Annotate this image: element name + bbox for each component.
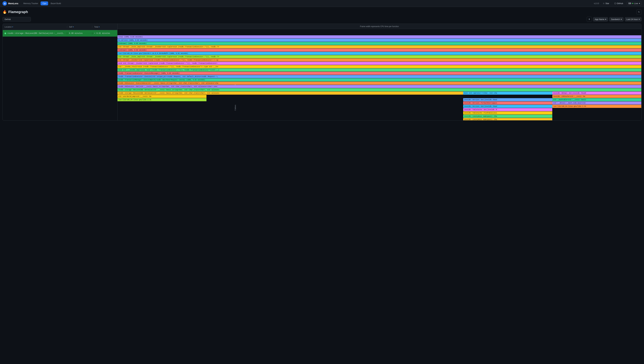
app-logo[interactable]: ◎ MemLens [2, 1, 18, 6]
flame-frame[interactable]: [unknown] (100%, 0.03 seconds) [118, 49, 641, 52]
flame-frame[interactable]: resdb::KVExecutor::Get(std::__cxx11::bas… [118, 85, 641, 88]
app-name: MemLens [8, 2, 18, 5]
time-range-dropdown-label: Last 24 hour [626, 18, 638, 21]
flame-visualization: Callers Callees total (100%, 0.03 second… [118, 29, 641, 120]
tab-bazel-build[interactable]: Bazel Build [49, 2, 63, 5]
flame-frame[interactable]: leveldb::(anonymous namespace)::Sha [463, 118, 552, 120]
flame-frame[interactable]: leveldb::Version::Get(leveldb::Read [463, 98, 552, 101]
self-label: Self [69, 26, 72, 28]
navbar: ◎ MemLens Memory Tracker Cpu Bazel Build… [0, 0, 644, 7]
flame-frame[interactable]: void std::thread::_Invoker<std::tuple<vo… [118, 62, 641, 65]
flame-frame[interactable]: leveldb::LRUCache<std::__cxx11::ba [552, 95, 641, 98]
flame-frame[interactable]: /usr/lib/x86_64-linux-gnu/libstdc++.so.6… [118, 52, 641, 55]
callers-label-2: Callees [234, 100, 237, 116]
flamegraph-title: 🔥 Flamegraph [2, 10, 28, 14]
flamegraph-title-text: Flamegraph [8, 10, 28, 14]
total-label: Total [94, 26, 98, 28]
tab-cpu[interactable]: Cpu [40, 2, 48, 5]
flame-frame[interactable]: leveldb::TableCache::FindTable(unsi [463, 111, 552, 114]
flame-frame[interactable]: leveldb::TableCache::Get(leveldb::R [463, 108, 552, 111]
flamegraph-hint-text: Frame width represents CPU time per func… [360, 25, 399, 28]
flame-frame[interactable]: resdb::TransactionExecutor::ExecuteMessa… [118, 72, 641, 75]
github-button[interactable]: ⬡ GitHub [613, 2, 624, 5]
table-container: Location ▾ Self ▾ Total ▾ resdb::storage… [2, 24, 642, 120]
app-name-dropdown-label: App Name [595, 18, 604, 21]
row-location-text: resdb::storage::ResLevelDB::GetValue(std… [8, 32, 65, 35]
flame-frame[interactable]: kv_service (100%, 0.03 seconds) [118, 39, 641, 42]
location-label: Location [4, 26, 12, 28]
location-sort-icon: ▾ [12, 26, 13, 28]
app-name-dropdown[interactable]: App Name ▾ [593, 17, 608, 22]
flame-frame[interactable]: resdb::TransactionManager::ExecuteBatch(… [118, 78, 641, 81]
flame-frame[interactable]: leveldb::(anonymous namespace)::Sha [463, 115, 552, 118]
github-label: GitHub [617, 2, 623, 5]
total-sort-icon: ▾ [99, 26, 100, 28]
col-total-header[interactable]: Total ▾ [92, 26, 117, 28]
flame-frame[interactable]: leveldb::Version::Get(leveldb::Read [463, 105, 552, 108]
cell-location: resdb::storage::ResLevelDB::GetValue(std… [3, 32, 67, 35]
cell-self: 0.00 minutes [67, 32, 92, 35]
flame-icon: 🔥 [2, 10, 7, 14]
flame-frame[interactable]: std::__detail::_Hash_code_base<std: [552, 101, 641, 105]
flame-frame[interactable]: /usr/lib/x86_64-linux-gnu/libc-2.31 [118, 98, 206, 101]
flame-frame[interactable]: resdb::storage::ResLevelDB::GetValue(std… [118, 92, 463, 95]
flame-frame[interactable]: std::_Hashtable<std::__cxx11::basic [552, 98, 641, 101]
sandwich-chevron-icon: ▾ [621, 18, 622, 21]
flame-frame[interactable]: leveldb::DBImpl::Get(leveldb::ReadO [552, 92, 641, 95]
row-total-value: < 0.01 minutes [94, 32, 110, 35]
sandwich-dropdown-label: Sandwich [611, 18, 620, 21]
flame-frame[interactable]: std::thread::_State_impl<std::thread::_I… [118, 45, 641, 48]
right-panel: Frame width represents CPU time per func… [118, 24, 641, 120]
row-self-value: 0.00 minutes [69, 32, 82, 35]
tab-memory-tracker[interactable]: Memory Tracker [22, 2, 40, 5]
col-self-header[interactable]: Self ▾ [67, 26, 92, 28]
app-name-chevron-icon: ▾ [605, 18, 606, 21]
live-dot [632, 3, 633, 4]
table-header: Location ▾ Self ▾ Total ▾ [3, 24, 117, 30]
flame-frame[interactable]: resdb::KVExecutor::ExecuteData(std::__cx… [118, 82, 641, 85]
flame-frame[interactable]: resdb::TransactionExecutor::Execute(std:… [118, 75, 641, 78]
row-color-indicator [4, 33, 6, 34]
flamegraph-header: 🔥 Flamegraph ↻ [2, 10, 642, 15]
toolbar-right: ⬇ App Name ▾ Sandwich ▾ Last 24 hour ▾ [587, 17, 642, 22]
sandwich-dropdown[interactable]: Sandwich ▾ [609, 17, 624, 22]
time-range-chevron-icon: ▾ [639, 18, 640, 21]
star-icon: ☆ [603, 2, 605, 5]
flame-frame[interactable]: leveldb::Version::ForEachOverlappin [463, 101, 552, 105]
left-panel: Location ▾ Self ▾ Total ▾ resdb::storage… [3, 24, 118, 120]
star-label: Star [606, 2, 609, 5]
flame-frame[interactable]: resdb::storage::ResLevelDB::GetValue(std… [118, 88, 641, 91]
version-label: v1.0.0 [594, 2, 599, 5]
flame-frame[interactable]: std::unordered_map<std::__cxx11::ba [118, 95, 206, 98]
self-sort-icon: ▾ [73, 26, 74, 28]
toolbar: ⬇ App Name ▾ Sandwich ▾ Last 24 hour ▾ [2, 17, 642, 22]
cell-total: < 0.01 minutes [92, 32, 117, 35]
flamegraph-hint: Frame width represents CPU time per func… [118, 24, 641, 29]
live-label: Live [634, 2, 638, 5]
download-button[interactable]: ⬇ [587, 17, 592, 22]
flame-frame[interactable]: std::thread::_State_impl<std::thread::_I… [118, 55, 641, 58]
flame-frame[interactable]: [unknown] (100%, 0.03 seconds) [118, 42, 641, 45]
live-chevron-icon: ▾ [639, 2, 640, 5]
star-button[interactable]: ☆ Star [602, 2, 610, 5]
flame-frame[interactable]: void std::__invoke_impl<void, void (resd… [118, 68, 641, 72]
search-input[interactable] [2, 17, 31, 22]
github-icon: ⬡ [614, 2, 616, 5]
refresh-button[interactable]: ↻ [636, 10, 642, 15]
time-range-dropdown[interactable]: Last 24 hour ▾ [625, 17, 642, 22]
wifi-icon: ⌨ [628, 2, 631, 5]
nav-tabs: Memory Tracker Cpu Bazel Build [22, 2, 63, 5]
flame-frame[interactable]: std::thread::_Invoker<std::tuple<void (r… [118, 58, 641, 62]
navbar-right: v1.0.0 ☆ Star ⬡ GitHub ⌨ Live ▾ [594, 2, 642, 5]
live-indicator[interactable]: ⌨ Live ▾ [627, 2, 642, 5]
flame-frame[interactable]: /usr/lib/x86_64-linux-gnu/libc-2.31 [552, 105, 641, 108]
logo-icon: ◎ [2, 1, 7, 6]
flame-frame[interactable]: total (100%, 0.03 seconds) [118, 35, 641, 39]
col-location-header[interactable]: Location ▾ [3, 26, 67, 28]
flame-frame[interactable]: bool std::operator!=<char, std::cha [463, 92, 552, 95]
flame-frame[interactable]: std::__invoke_result<void (resdb::Transa… [118, 65, 641, 68]
table-row[interactable]: resdb::storage::ResLevelDB::GetValue(std… [3, 30, 117, 37]
main-content: 🔥 Flamegraph ↻ ⬇ App Name ▾ Sandwich ▾ L… [0, 7, 644, 123]
